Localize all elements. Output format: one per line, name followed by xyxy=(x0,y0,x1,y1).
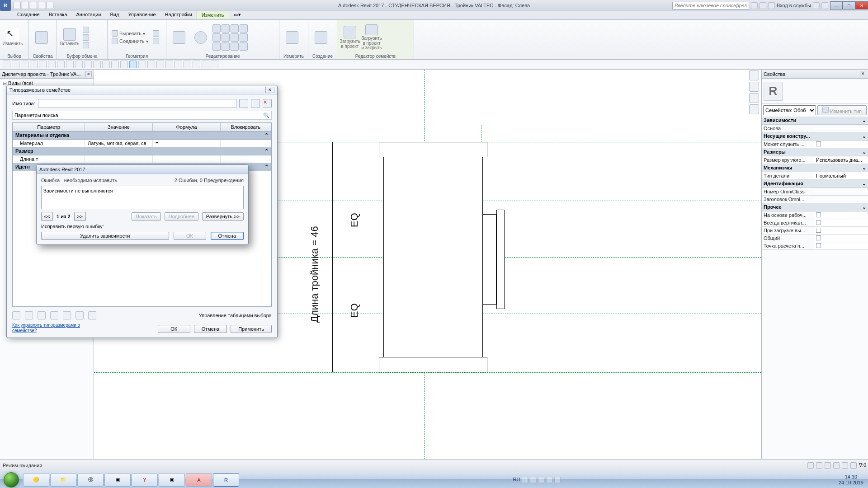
tray-volume-icon[interactable] xyxy=(522,477,528,483)
taskbar-explorer[interactable]: 📁 xyxy=(50,473,76,487)
type-name-combo[interactable] xyxy=(38,99,236,108)
join-geometry-button[interactable]: Соединить ▾ xyxy=(110,38,150,45)
cat-mechanisms[interactable]: Механизмы⌄ xyxy=(762,164,868,172)
tab-context-icon[interactable]: ▭▾ xyxy=(229,11,245,19)
minimize-button[interactable]: — xyxy=(830,1,843,9)
new-param-icon[interactable] xyxy=(12,311,20,319)
tray-flag-icon[interactable] xyxy=(530,477,536,483)
tray-action-icon[interactable] xyxy=(554,477,561,483)
ob-icon[interactable] xyxy=(147,61,155,68)
taskbar-chrome[interactable]: 🟡 xyxy=(23,473,49,487)
select-links-icon[interactable] xyxy=(825,462,831,469)
taskbar-app[interactable]: ▣ xyxy=(104,473,131,487)
design-options-icon[interactable] xyxy=(816,462,822,469)
error-cancel-button[interactable]: Отмена xyxy=(211,232,244,240)
offset-icon[interactable] xyxy=(222,24,230,33)
ob-icon[interactable] xyxy=(193,61,200,68)
pan-icon[interactable] xyxy=(749,104,759,114)
rotate-button[interactable] xyxy=(191,24,211,51)
cat-materials[interactable]: Материалы и отделка⌃ xyxy=(13,131,271,140)
cat-dimensions[interactable]: Размер⌃ xyxy=(13,147,271,155)
param-search[interactable]: Параметры поиска 🔍 xyxy=(12,111,272,120)
cat-other[interactable]: Прочее⌄ xyxy=(762,203,868,211)
delete-icon[interactable] xyxy=(222,42,230,51)
row-material[interactable]: МатериалЛатунь, мягкая, серая, св= xyxy=(13,140,271,147)
select-pinned-icon[interactable] xyxy=(842,462,848,469)
ob-icon[interactable] xyxy=(175,61,182,68)
col-value[interactable]: Значение xyxy=(85,123,153,131)
qat-open-icon[interactable] xyxy=(14,2,21,9)
cut-geometry-button[interactable]: Вырезать ▾ xyxy=(110,30,150,37)
tab-create[interactable]: Создание xyxy=(13,11,44,19)
filter-icon[interactable] xyxy=(850,462,857,469)
checkbox-icon[interactable] xyxy=(816,220,821,225)
matchtype-small-button[interactable] xyxy=(81,42,90,49)
copy-small-button[interactable] xyxy=(81,34,90,41)
split-icon[interactable] xyxy=(153,38,159,44)
tab-modify[interactable]: Изменить xyxy=(197,11,229,19)
sort-desc-icon[interactable] xyxy=(88,311,96,319)
array-icon[interactable] xyxy=(222,33,230,42)
prev-error-button[interactable]: << xyxy=(41,212,53,221)
ft-apply-button[interactable]: Применить xyxy=(231,325,272,333)
next-error-button[interactable]: >> xyxy=(74,212,86,221)
rename-type-icon[interactable] xyxy=(251,99,260,108)
cope-icon[interactable] xyxy=(153,30,159,37)
ob-icon[interactable] xyxy=(48,61,56,68)
edit-param-icon[interactable] xyxy=(25,311,33,319)
scale-icon[interactable] xyxy=(231,33,239,42)
project-browser-close-icon[interactable]: ✕ xyxy=(85,71,92,77)
more-info-button[interactable]: Подробнее xyxy=(165,212,198,221)
qat-redo-icon[interactable] xyxy=(38,2,45,9)
ob-icon[interactable] xyxy=(184,61,191,68)
ob-icon[interactable] xyxy=(21,61,28,68)
sort-asc-icon[interactable] xyxy=(75,311,84,319)
measure-button[interactable] xyxy=(282,24,302,51)
error-ok-button[interactable]: ОК xyxy=(174,232,206,240)
checkbox-icon[interactable] xyxy=(816,235,821,240)
cat-identity[interactable]: Идентификация⌄ xyxy=(762,180,868,188)
ob-icon[interactable] xyxy=(211,61,218,68)
mirror-icon[interactable] xyxy=(231,24,239,33)
help-icon[interactable] xyxy=(821,2,828,9)
home-icon[interactable] xyxy=(749,70,759,80)
tab-manage[interactable]: Управление xyxy=(123,11,160,19)
ob-icon[interactable] xyxy=(12,61,19,68)
checkbox-icon[interactable] xyxy=(816,212,821,217)
cut-small-button[interactable] xyxy=(81,26,90,33)
taskbar-acrobat[interactable]: A xyxy=(186,473,212,487)
ob-icon[interactable] xyxy=(102,61,110,68)
taskbar-app2[interactable]: ▣ xyxy=(159,473,185,487)
edit-type-button[interactable]: Изменить тип xyxy=(817,105,867,115)
moveup-icon[interactable] xyxy=(50,311,58,319)
ob-icon[interactable] xyxy=(57,61,65,68)
show-error-button[interactable]: Показать xyxy=(132,212,161,221)
search-icon[interactable]: 🔍 xyxy=(263,113,269,118)
manage-lookup-button[interactable]: Управление таблицами выбора xyxy=(199,313,272,318)
new-type-icon[interactable] xyxy=(239,99,248,108)
zoom-icon[interactable] xyxy=(749,93,759,103)
ob-icon[interactable] xyxy=(120,61,128,68)
ob-icon[interactable] xyxy=(93,61,101,68)
type-selector[interactable]: Семейство: Обоб xyxy=(763,105,816,115)
qat-print-icon[interactable] xyxy=(46,2,53,9)
start-button[interactable] xyxy=(0,471,23,488)
qat-save-icon[interactable] xyxy=(22,2,29,9)
ob-icon[interactable] xyxy=(156,61,164,68)
ob-icon[interactable] xyxy=(202,61,209,68)
app-menu-icon[interactable]: R xyxy=(0,0,11,11)
maximize-button[interactable]: □ xyxy=(843,1,855,9)
paste-button[interactable]: Вставить xyxy=(60,24,80,51)
ft-ok-button[interactable]: ОК xyxy=(158,325,190,333)
ft-cancel-button[interactable]: Отмена xyxy=(194,325,227,333)
taskbar-clock[interactable]: 14:10 24.10.2019 xyxy=(834,474,868,485)
signin-link[interactable]: Вход в службы xyxy=(777,3,811,8)
family-types-close-icon[interactable]: ✕ xyxy=(265,87,274,93)
modify-button[interactable]: ↖Изменить xyxy=(3,24,23,51)
input-lang[interactable]: RU xyxy=(513,477,520,483)
ob-icon[interactable] xyxy=(3,61,10,68)
taskbar-ie[interactable]: ⓔ xyxy=(77,473,104,487)
tab-view[interactable]: Вид xyxy=(106,11,124,19)
fullnav-icon[interactable] xyxy=(749,82,759,92)
worksets-icon[interactable] xyxy=(807,462,814,469)
